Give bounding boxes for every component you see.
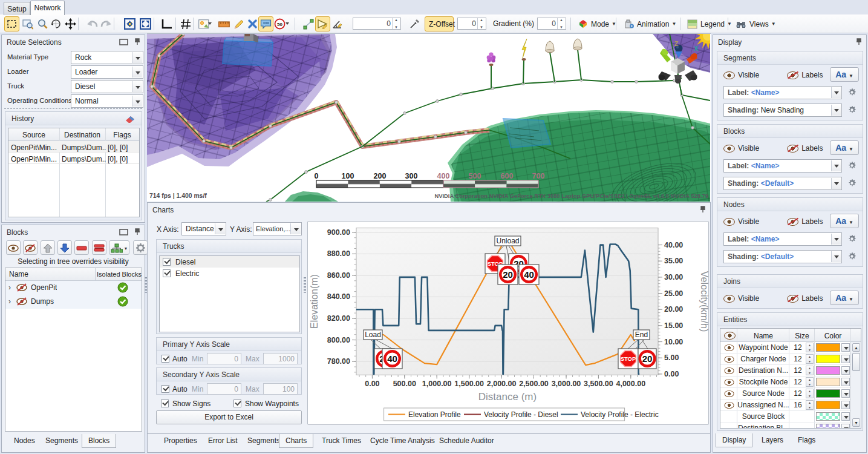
- svg-text:Velocity(km/h): Velocity(km/h): [699, 271, 709, 332]
- svg-text:860.00: 860.00: [327, 271, 350, 280]
- svg-text:End: End: [635, 331, 648, 339]
- svg-text:Load: Load: [365, 331, 381, 339]
- svg-text:400: 400: [437, 172, 450, 180]
- svg-text:2,500.00: 2,500.00: [519, 380, 549, 388]
- svg-text:35.00: 35.00: [664, 257, 683, 265]
- svg-text:20: 20: [642, 354, 653, 364]
- svg-text:25.00: 25.00: [664, 289, 683, 298]
- svg-text:700: 700: [532, 172, 545, 180]
- svg-text:40: 40: [524, 269, 534, 280]
- svg-text:0: 0: [315, 172, 319, 180]
- svg-text:0.00: 0.00: [365, 380, 379, 388]
- svg-text:50: 50: [277, 22, 282, 27]
- svg-text:5.00: 5.00: [664, 354, 679, 362]
- svg-text:500.00: 500.00: [393, 380, 416, 388]
- svg-text:2,000.00: 2,000.00: [487, 380, 517, 388]
- svg-text:300: 300: [405, 172, 418, 180]
- svg-text:Distance (m): Distance (m): [478, 391, 537, 403]
- svg-text:Unload: Unload: [496, 237, 519, 245]
- svg-text:X: X: [694, 45, 699, 52]
- svg-text:600: 600: [501, 172, 514, 180]
- svg-text:500: 500: [469, 172, 481, 180]
- svg-text:30.00: 30.00: [664, 273, 683, 281]
- svg-text:780.00: 780.00: [327, 357, 350, 366]
- svg-text:900.00: 900.00: [327, 228, 350, 237]
- svg-text:820.00: 820.00: [327, 314, 350, 323]
- svg-text:4,000.00: 4,000.00: [616, 380, 645, 388]
- svg-text:20.00: 20.00: [664, 305, 683, 314]
- svg-text:200: 200: [374, 172, 387, 180]
- svg-text:10.00: 10.00: [664, 338, 683, 346]
- svg-text:880.00: 880.00: [327, 249, 350, 258]
- svg-text:20: 20: [503, 269, 513, 280]
- svg-text:714 fps | 1.400 ms/f: 714 fps | 1.400 ms/f: [149, 192, 207, 199]
- svg-text:Elevation(m): Elevation(m): [309, 274, 319, 329]
- svg-text:Z: Z: [674, 40, 679, 47]
- svg-text:Velocity Profile - Electric: Velocity Profile - Electric: [581, 410, 659, 419]
- svg-text:STOP: STOP: [621, 355, 636, 362]
- svg-text:Velocity Profile - Diesel: Velocity Profile - Diesel: [484, 410, 558, 419]
- svg-text:3,500.00: 3,500.00: [584, 380, 613, 388]
- svg-text:1,500.00: 1,500.00: [454, 380, 484, 388]
- svg-text:3,000.00: 3,000.00: [552, 380, 581, 388]
- svg-text:40: 40: [387, 354, 397, 364]
- svg-text:100: 100: [342, 172, 354, 180]
- svg-text:40.00: 40.00: [664, 241, 683, 249]
- svg-text:NVIDIA Corporation NVIDIA GeFo: NVIDIA Corporation NVIDIA GeForce RTX 30…: [434, 192, 708, 199]
- svg-text:1,000.00: 1,000.00: [422, 380, 452, 388]
- svg-text:800.00: 800.00: [327, 336, 350, 344]
- svg-text:Elevation Profile: Elevation Profile: [408, 410, 461, 419]
- svg-text:0.00: 0.00: [664, 370, 679, 378]
- svg-text:15.00: 15.00: [664, 321, 683, 330]
- svg-text:840.00: 840.00: [327, 292, 350, 301]
